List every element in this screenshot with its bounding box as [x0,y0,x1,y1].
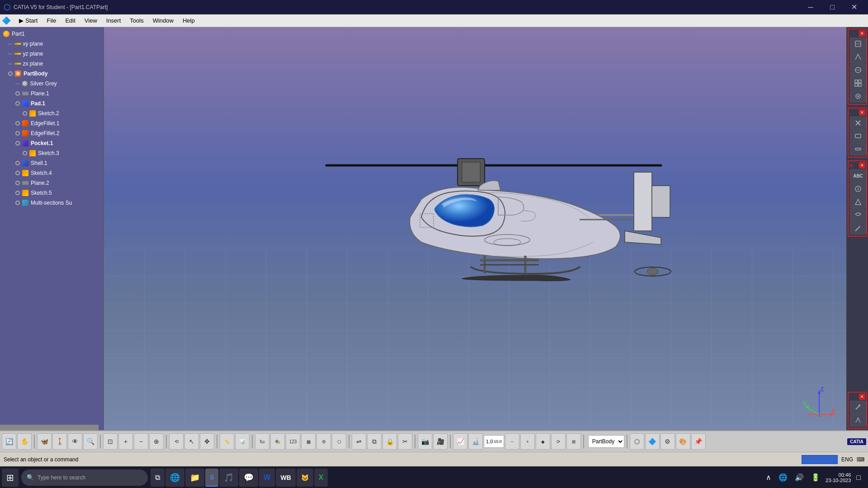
menu-insert[interactable]: Insert [102,15,126,26]
video-btn[interactable]: 🎥 [433,433,448,450]
volume-icon[interactable]: 🔊 [793,471,806,483]
section4-btn-1[interactable] [850,401,866,413]
tree-item-sketch4[interactable]: Sketch.4 [0,168,104,178]
speed-inc-btn[interactable]: + [520,433,535,450]
catia-taskbar-btn[interactable]: S [205,469,218,487]
word-btn[interactable]: W [259,469,275,487]
mirror-btn[interactable]: ⇌ [352,433,366,450]
tree-hscrollbar[interactable] [0,425,99,430]
close-section3-icon[interactable]: ✕ [859,162,865,169]
measure-btn[interactable]: 📏 [220,433,234,450]
filemanager-btn[interactable]: 📁 [185,469,204,487]
examine-btn[interactable]: 👁 [68,433,82,450]
menu-view[interactable]: View [80,15,102,26]
tree-item-pocket1[interactable]: Pocket.1 [0,138,104,148]
tree-item-partbody[interactable]: PartBody [0,69,104,79]
taskbar-search[interactable]: 🔍 Type here to search [21,469,148,486]
tree-item-xy-plane[interactable]: ─ xy plane [0,39,104,49]
zoom-out-btn[interactable]: − [134,433,148,450]
formula-btn[interactable]: fω [255,433,269,450]
extra3-btn[interactable]: ⊠ [566,433,581,450]
menu-file[interactable]: File [42,15,61,26]
close-section1-icon[interactable]: ✕ [859,30,865,37]
notification-icon[interactable]: □ [854,472,863,483]
tree-item-edgefillet2[interactable]: EdgeFillet.2 [0,128,104,138]
maximize-button[interactable]: □ [822,0,843,14]
tree-item-shell1[interactable]: Shell.1 [0,158,104,168]
fit-all-btn[interactable]: ⊡ [103,433,118,450]
misc-btn-2[interactable]: 🔷 [645,433,660,450]
cat-btn[interactable]: 🐱 [297,469,313,487]
anim-btn[interactable]: 🎭 [270,433,285,450]
tree-item-multisect[interactable]: Multi-sections Su [0,198,104,208]
close-section4-icon[interactable]: ✕ [859,394,865,400]
misc-btn-3[interactable]: ⚙ [660,433,675,450]
cut-btn[interactable]: ✂ [398,433,412,450]
zoom-area-btn[interactable]: 🔍 [83,433,98,450]
tree-item-plane1[interactable]: Plane.1 [0,89,104,99]
green-icon-btn[interactable]: 🎵 [219,469,238,487]
tree-item-plane2[interactable]: Plane.2 [0,178,104,188]
teams-btn[interactable]: 💬 [239,469,258,487]
viewport[interactable]: Z X Y [104,27,846,430]
tree-item-pad1[interactable]: Pad.1 [0,99,104,108]
menu-edit[interactable]: Edit [61,15,80,26]
minimize-button[interactable]: ─ [800,0,821,14]
normal-view-btn[interactable]: ⊕ [149,433,164,450]
fly-btn[interactable]: 🦋 [37,433,52,450]
edge-btn[interactable]: 🌐 [165,469,184,487]
tree-item-yz-plane[interactable]: ─ yz plane [0,49,104,59]
annot-btn-2[interactable] [850,183,866,195]
tool-btn-3[interactable] [850,143,866,155]
menu-tools[interactable]: Tools [125,15,148,26]
tool-btn-2[interactable] [850,130,866,142]
excel-btn[interactable]: X [314,469,328,487]
view-btn-2[interactable] [850,51,866,63]
chart-btn[interactable]: 📈 [453,433,467,450]
view-btn-1[interactable] [850,38,866,50]
table-btn[interactable]: ▦ [301,433,316,450]
view-btn-5[interactable] [850,90,866,103]
battery-icon[interactable]: 🔋 [809,471,822,483]
analysis-btn[interactable]: 📊 [235,433,250,450]
partbody-select[interactable]: PartBody [588,435,624,448]
menu-window[interactable]: Window [148,15,178,26]
misc-btn-5[interactable]: 📌 [691,433,706,450]
chevron-up-icon[interactable]: ∧ [764,471,773,483]
tool-btn-1[interactable] [850,117,866,129]
annot-btn-1[interactable]: ABC [850,169,866,182]
num-btn[interactable]: 123 [286,433,300,450]
wb-btn[interactable]: WB [276,469,295,487]
rotate-btn[interactable]: 🔄 [2,433,16,450]
speed-dec-btn[interactable]: − [505,433,519,450]
tree-root[interactable]: Part1 [0,29,104,39]
tree-item-sketch5[interactable]: Sketch.5 [0,188,104,198]
copy-btn[interactable]: ⧉ [367,433,382,450]
tree-item-zx-plane[interactable]: ─ zx plane [0,59,104,69]
view-btn-3[interactable] [850,64,866,76]
menu-help[interactable]: Help [178,15,199,26]
lock-btn[interactable]: 🔒 [382,433,397,450]
section4-btn-2[interactable] [850,414,866,427]
network-icon[interactable]: 🌐 [777,471,789,483]
tree-item-sketch3[interactable]: Sketch.3 [0,148,104,158]
annot-btn-4[interactable] [850,209,866,221]
param-btn[interactable]: ⬡ [332,433,346,450]
tree-item-sketch2[interactable]: Sketch.2 [0,108,104,118]
extra1-btn[interactable]: ◆ [536,433,550,450]
snap-btn[interactable]: ⟲ [169,433,184,450]
start-button[interactable]: ⊞ [2,469,19,487]
menu-start[interactable]: ▶ Start [14,15,42,26]
tree-item-edgefillet1[interactable]: EdgeFillet.1 [0,118,104,128]
view-btn-4[interactable] [850,77,866,89]
walk-btn[interactable]: 🚶 [52,433,67,450]
close-section2-icon[interactable]: ✕ [859,109,865,116]
analyze-btn[interactable]: 🔬 [468,433,483,450]
extra2-btn[interactable]: ⟳ [551,433,566,450]
select-btn[interactable]: ↖ [184,433,199,450]
zoom-in-btn[interactable]: + [118,433,133,450]
camera-btn[interactable]: 📷 [418,433,432,450]
task-view-btn[interactable]: ⧉ [151,469,165,487]
annot-btn-5[interactable] [850,222,866,235]
annot-btn-3[interactable] [850,196,866,208]
